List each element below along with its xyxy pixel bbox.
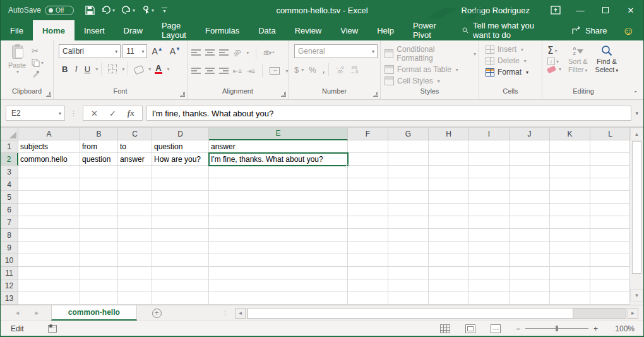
cell-F3[interactable] [348, 166, 388, 178]
cell-E4[interactable] [209, 178, 348, 191]
horizontal-scroll-thumb[interactable] [248, 309, 573, 318]
minimize-button[interactable]: — [568, 0, 593, 20]
cell-C4[interactable] [118, 178, 152, 191]
cell-B11[interactable] [80, 267, 118, 279]
cell-H2[interactable] [429, 153, 469, 166]
save-button[interactable] [83, 4, 97, 17]
cell-A5[interactable] [18, 191, 80, 204]
cell-D8[interactable] [152, 229, 209, 242]
find-select-button[interactable]: Find & Select▾ [593, 45, 621, 87]
cell-G2[interactable] [388, 153, 429, 166]
underline-button[interactable]: U [81, 64, 93, 75]
cell-D6[interactable] [152, 204, 209, 216]
cell-K4[interactable] [550, 178, 590, 191]
font-color-dropdown[interactable]: ▾ [167, 66, 170, 72]
cell-A3[interactable] [18, 166, 80, 178]
column-header-J[interactable]: J [510, 128, 550, 140]
scroll-left-button[interactable]: ◄ [235, 308, 246, 319]
align-left-button[interactable] [191, 68, 201, 74]
top-align-button[interactable] [191, 49, 201, 56]
cell-L3[interactable] [590, 166, 631, 178]
decrease-indent-button[interactable]: ⇤≡ [233, 68, 242, 75]
cell-A2[interactable]: common.hello [18, 153, 80, 166]
name-box-dropdown[interactable]: ▾ [59, 111, 64, 116]
touch-mode-dropdown[interactable]: ▾ [152, 8, 154, 13]
column-header-I[interactable]: I [469, 128, 510, 140]
column-header-L[interactable]: L [590, 128, 631, 140]
column-header-F[interactable]: F [348, 128, 388, 140]
tab-file[interactable]: File [1, 20, 33, 40]
cell-D2[interactable]: How are you? [152, 153, 209, 166]
cell-H10[interactable] [429, 254, 469, 267]
cancel-edit-button[interactable]: ✕ [86, 109, 103, 118]
cell-B9[interactable] [80, 242, 118, 254]
undo-button[interactable]: ▾ [98, 4, 117, 16]
zoom-slider[interactable] [525, 328, 588, 329]
font-size-combo[interactable]: 11 ▾ [122, 44, 147, 58]
tab-formulas[interactable]: Formulas [196, 20, 249, 40]
cell-A11[interactable] [18, 267, 80, 279]
cell-C1[interactable]: to [118, 140, 152, 153]
cell-I7[interactable] [469, 216, 510, 229]
column-header-G[interactable]: G [388, 128, 429, 140]
cell-E1[interactable]: answer [209, 140, 348, 153]
cell-F10[interactable] [348, 254, 388, 267]
cell-B3[interactable] [80, 166, 118, 178]
cell-L12[interactable] [590, 279, 631, 292]
redo-dropdown[interactable]: ▾ [133, 8, 135, 13]
close-button[interactable]: ✕ [618, 0, 643, 20]
cell-I8[interactable] [469, 229, 510, 242]
wrap-text-button[interactable]: ab↩ [263, 49, 274, 56]
cell-B1[interactable]: from [80, 140, 118, 153]
cell-D3[interactable] [152, 166, 209, 178]
cell-J8[interactable] [510, 229, 550, 242]
row-header-12[interactable]: 12 [1, 279, 18, 292]
confirm-edit-button[interactable]: ✓ [104, 109, 121, 118]
cell-H7[interactable] [429, 216, 469, 229]
cell-B8[interactable] [80, 229, 118, 242]
cell-G6[interactable] [388, 204, 429, 216]
scroll-up-button[interactable]: ▲ [630, 128, 643, 140]
merge-dropdown[interactable]: ▾ [285, 68, 288, 74]
cell-D1[interactable]: question [152, 140, 209, 153]
cell-K6[interactable] [550, 204, 590, 216]
cell-H13[interactable] [429, 292, 469, 305]
cell-L7[interactable] [590, 216, 631, 229]
decrease-decimal-button[interactable]: .00→.0 [347, 65, 361, 74]
cell-C12[interactable] [118, 279, 152, 292]
cell-J2[interactable] [510, 153, 550, 166]
cell-B12[interactable] [80, 279, 118, 292]
vertical-scrollbar[interactable]: ▲ ▼ [629, 128, 643, 305]
cell-K3[interactable] [550, 166, 590, 178]
bold-button[interactable]: B [59, 64, 71, 75]
column-header-E[interactable]: E [209, 128, 348, 140]
number-dialog-launcher[interactable] [373, 92, 378, 97]
cell-J9[interactable] [510, 242, 550, 254]
cell-C8[interactable] [118, 229, 152, 242]
cell-I12[interactable] [469, 279, 510, 292]
cell-E10[interactable] [209, 254, 348, 267]
cell-L5[interactable] [590, 191, 631, 204]
cell-B5[interactable] [80, 191, 118, 204]
cell-K12[interactable] [550, 279, 590, 292]
cell-H5[interactable] [429, 191, 469, 204]
cell-H12[interactable] [429, 279, 469, 292]
cell-K11[interactable] [550, 267, 590, 279]
tab-power-pivot[interactable]: Power Pivot [403, 20, 446, 40]
cell-F4[interactable] [348, 178, 388, 191]
cell-A7[interactable] [18, 216, 80, 229]
cell-E11[interactable] [209, 267, 348, 279]
increase-decimal-button[interactable]: ←.0.00 [333, 65, 346, 74]
cell-K5[interactable] [550, 191, 590, 204]
redo-button[interactable]: ▾ [119, 4, 138, 16]
font-name-combo[interactable]: Calibri ▾ [59, 44, 121, 58]
macro-record-button[interactable] [48, 325, 57, 333]
cell-I9[interactable] [469, 242, 510, 254]
bottom-align-button[interactable] [219, 49, 229, 56]
cell-B7[interactable] [80, 216, 118, 229]
cell-B2[interactable]: question [80, 153, 118, 166]
insert-cells-button[interactable]: Insert▾ [486, 45, 528, 54]
cell-L1[interactable] [590, 140, 631, 153]
cell-K9[interactable] [550, 242, 590, 254]
cell-I6[interactable] [469, 204, 510, 216]
